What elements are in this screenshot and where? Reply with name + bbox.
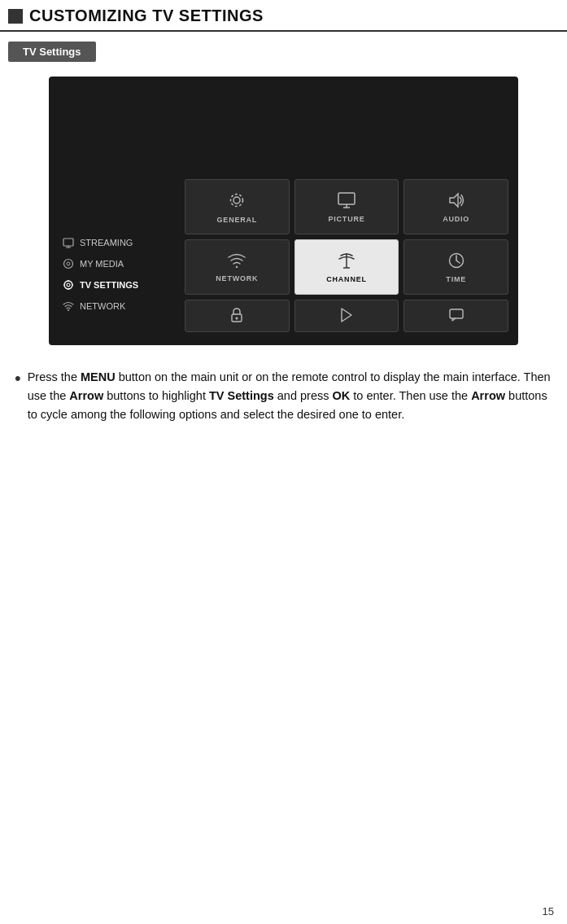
- menu-item-play[interactable]: [294, 300, 399, 332]
- monitor-icon: [338, 192, 355, 211]
- chat-icon: [449, 309, 464, 324]
- bullet-item-1: • Press the MENU button on the main unit…: [15, 368, 552, 425]
- tv-settings-sidebar-icon: [62, 278, 75, 291]
- tab-bar: TV Settings: [0, 32, 567, 62]
- bullet-text-1: Press the MENU button on the main unit o…: [28, 368, 552, 425]
- svg-point-3: [64, 260, 73, 269]
- gear-icon: [228, 191, 246, 212]
- svg-point-5: [64, 281, 72, 289]
- sidebar-item-network: NETWORK: [62, 300, 167, 313]
- tv-sidebar: STREAMING MY MEDIA: [49, 77, 175, 345]
- tv-menu-row-2: NETWORK CHANNEL: [185, 239, 508, 295]
- streaming-icon: [62, 236, 75, 249]
- general-label: GENERAL: [217, 216, 258, 224]
- content-section: • Press the MENU button on the main unit…: [0, 360, 567, 443]
- menu-item-chat[interactable]: [403, 300, 508, 332]
- sidebar-streaming-label: STREAMING: [80, 238, 133, 247]
- channel-label: CHANNEL: [326, 275, 367, 283]
- network-menu-label: NETWORK: [216, 274, 258, 282]
- menu-item-network[interactable]: NETWORK: [185, 239, 290, 295]
- svg-point-11: [68, 309, 69, 311]
- svg-point-4: [67, 262, 70, 265]
- tv-menu-row-1: GENERAL PICTURE: [185, 179, 508, 234]
- time-label: TIME: [446, 275, 466, 283]
- svg-point-18: [236, 266, 238, 268]
- antenna-icon: [338, 252, 355, 271]
- menu-item-time[interactable]: TIME: [403, 239, 508, 295]
- sidebar-my-media-label: MY MEDIA: [80, 259, 124, 269]
- menu-item-audio[interactable]: AUDIO: [403, 179, 508, 234]
- play-icon: [340, 308, 353, 325]
- svg-point-13: [231, 195, 243, 207]
- tv-menu-grid: GENERAL PICTURE: [175, 77, 518, 345]
- sidebar-network-icon: [62, 300, 75, 313]
- page-header: CUSTOMIZING TV SETTINGS: [0, 0, 567, 32]
- bullet-dot: •: [15, 368, 21, 389]
- sidebar-item-streaming: STREAMING: [62, 236, 167, 249]
- svg-rect-0: [63, 239, 73, 246]
- menu-item-picture[interactable]: PICTURE: [294, 179, 399, 234]
- menu-item-lock[interactable]: [185, 300, 290, 332]
- menu-item-general[interactable]: GENERAL: [185, 179, 290, 234]
- svg-rect-27: [450, 309, 463, 318]
- sidebar-item-tv-settings: TV SETTINGS: [62, 278, 167, 291]
- svg-marker-17: [450, 194, 458, 207]
- svg-point-6: [67, 283, 70, 287]
- page-title: CUSTOMIZING TV SETTINGS: [29, 7, 264, 25]
- sidebar-item-my-media: MY MEDIA: [62, 257, 167, 270]
- svg-marker-26: [342, 309, 351, 322]
- svg-line-23: [456, 261, 460, 263]
- tv-menu-row-3: [185, 300, 508, 332]
- svg-rect-14: [338, 193, 355, 204]
- sidebar-tv-settings-label: TV SETTINGS: [80, 280, 138, 290]
- menu-item-channel[interactable]: CHANNEL: [294, 239, 399, 295]
- network-menu-icon: [228, 253, 246, 270]
- picture-label: PICTURE: [328, 215, 364, 223]
- my-media-icon: [62, 257, 75, 270]
- audio-icon: [447, 192, 465, 211]
- svg-point-25: [236, 317, 238, 319]
- header-accent-bar: [8, 9, 23, 24]
- lock-icon: [230, 308, 243, 325]
- tv-ui-screenshot: STREAMING MY MEDIA: [49, 77, 518, 345]
- svg-point-12: [233, 197, 240, 204]
- page-number: 15: [543, 905, 554, 917]
- clock-icon: [448, 252, 465, 271]
- audio-label: AUDIO: [443, 215, 469, 223]
- sidebar-network-label: NETWORK: [80, 301, 125, 311]
- tv-settings-tab[interactable]: TV Settings: [8, 42, 96, 62]
